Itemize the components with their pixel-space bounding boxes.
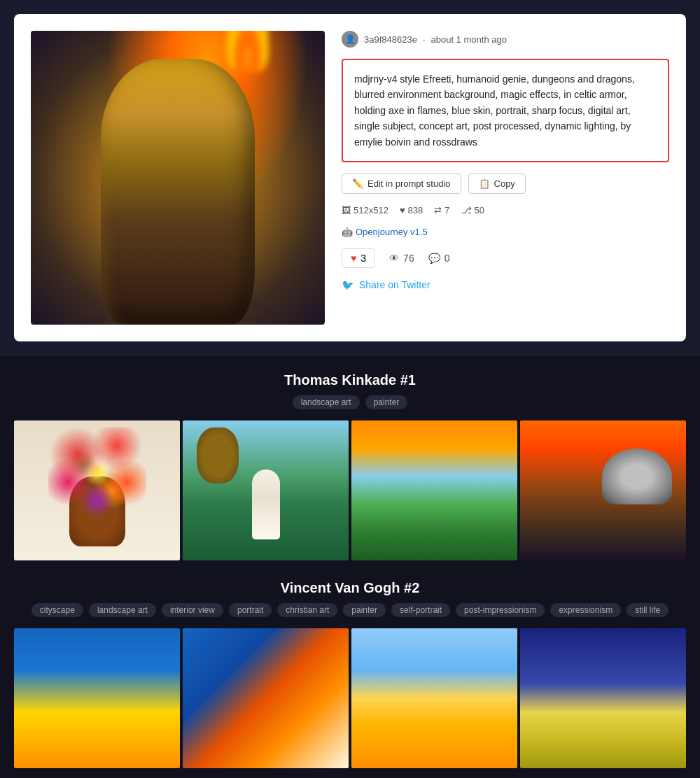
tag-post-impressionism[interactable]: post-impressionism [456,603,545,617]
prompt-box: mdjrny-v4 style Efreeti, humanoid genie,… [342,59,669,162]
tag-still-life[interactable]: still life [626,603,668,617]
warrior-figure [101,59,255,325]
resolution-stat: 🖼 512x512 [342,205,388,215]
main-artwork-image [31,31,325,325]
remixes-value: 7 [444,205,449,215]
view-value: 76 [403,253,414,264]
grid-image-portrait[interactable] [183,628,349,768]
eye-icon: 👁 [389,253,399,264]
user-id: 3a9f848623e [364,34,417,45]
tag-portrait[interactable]: portrait [229,603,272,617]
model-icon: 🤖 [342,227,353,237]
tag-landscape-art-2[interactable]: landscape art [89,603,156,617]
grid-image-sunflowers[interactable] [14,628,180,768]
vangogh-image-grid [14,628,686,768]
kinkade-image-grid [14,420,686,560]
comment-icon: 💬 [428,253,440,264]
copy-icon: 📋 [479,178,490,189]
resolution-icon: 🖼 [342,205,351,215]
grid-image-landscape[interactable] [351,420,517,560]
forks-value: 50 [475,205,484,215]
tag-painter[interactable]: painter [365,395,408,409]
grid-image-lady[interactable] [183,420,349,560]
twitter-label: Share on Twitter [359,279,430,290]
copy-button[interactable]: 📋 Copy [468,174,526,194]
stats-row: 🖼 512x512 ♥ 838 ⇄ 7 ⎇ 50 [342,205,669,215]
remixes-stat: ⇄ 7 [434,205,449,215]
copy-button-label: Copy [494,178,515,189]
collection-title-1: Thomas Kinkade #1 [14,372,686,388]
comment-count: 💬 0 [428,253,450,264]
forks-stat: ⎇ 50 [461,205,484,215]
model-link[interactable]: 🤖 Openjourney v1.5 [342,227,669,237]
user-row: 👤 3a9f848623e · about 1 month ago [342,31,669,48]
van-gogh-section: Vincent Van Gogh #2 cityscape landscape … [14,580,686,768]
grid-image-wheat[interactable] [351,628,517,768]
resolution-value: 512x512 [354,205,388,215]
grid-image-dome[interactable] [520,420,686,560]
tag-cityscape[interactable]: cityscape [31,603,83,617]
right-panel: 👤 3a9f848623e · about 1 month ago mdjrny… [342,31,669,290]
tags-row-1: landscape art painter [14,395,686,409]
grid-image-vangogh-land[interactable] [520,628,686,768]
likes-value: 838 [408,205,424,215]
tag-painter-2[interactable]: painter [343,603,386,617]
heart-count: 3 [360,253,366,264]
lady-figure [252,469,280,539]
separator: · [423,34,426,45]
model-row: 🤖 Openjourney v1.5 [342,227,669,237]
likes-stat: ♥ 838 [400,205,423,215]
tag-christian-art[interactable]: christian art [277,603,337,617]
flame-effect [227,31,269,73]
likes-icon: ♥ [400,205,405,215]
view-count: 👁 76 [389,253,414,264]
tag-expressionism[interactable]: expressionism [550,603,621,617]
twitter-icon: 🐦 [342,279,354,290]
thomas-kinkade-section: Thomas Kinkade #1 landscape art painter [14,372,686,560]
tag-interior-view[interactable]: interior view [162,603,223,617]
prompt-text: mdjrny-v4 style Efreeti, humanoid genie,… [354,73,635,148]
grid-image-flowers[interactable] [14,420,180,560]
forks-icon: ⎇ [461,205,472,215]
heart-icon: ♥ [351,253,356,264]
tag-self-portrait[interactable]: self-portrait [391,603,450,617]
engagement-row: ♥ 3 👁 76 💬 0 [342,248,669,268]
twitter-share-button[interactable]: 🐦 Share on Twitter [342,279,669,290]
user-avatar: 👤 [342,31,358,48]
edit-icon: ✏️ [352,178,363,189]
edit-prompt-button[interactable]: ✏️ Edit in prompt studio [342,174,461,194]
collection-title-2-text: Vincent Van Gogh #2 [281,580,420,595]
comment-value: 0 [444,253,450,264]
remixes-icon: ⇄ [434,205,442,215]
tags-row-2: cityscape landscape art interior view po… [14,603,686,617]
top-card: 👤 3a9f848623e · about 1 month ago mdjrny… [14,14,686,341]
action-buttons: ✏️ Edit in prompt studio 📋 Copy [342,174,669,194]
collection-title-1-text: Thomas Kinkade #1 [284,372,416,388]
dark-section: Thomas Kinkade #1 landscape art painter … [0,355,700,778]
model-name: Openjourney v1.5 [356,227,428,237]
dome-shape [602,448,672,504]
collection-title-2: Vincent Van Gogh #2 [14,580,686,596]
timestamp: about 1 month ago [431,34,507,45]
like-button[interactable]: ♥ 3 [342,248,375,268]
tag-landscape-art[interactable]: landscape art [293,395,360,409]
flowers-decoration [48,427,146,518]
edit-button-label: Edit in prompt studio [368,178,451,189]
